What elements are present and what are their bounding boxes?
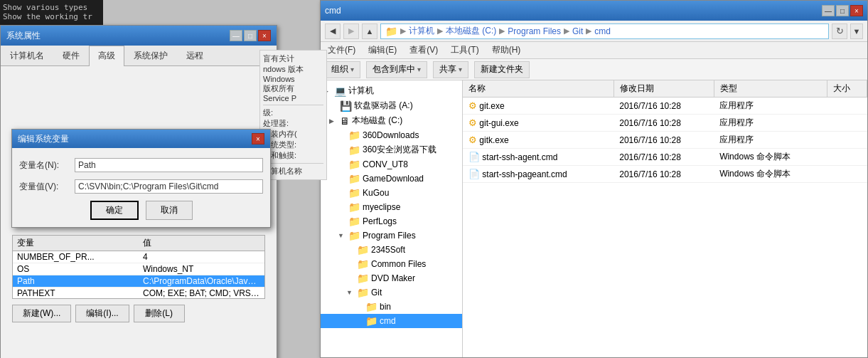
- path-cmd[interactable]: cmd: [594, 26, 611, 36]
- info-line: 安装内存(: [263, 129, 323, 139]
- file-row-ssh-pageant[interactable]: 📄 start-ssh-pageant.cmd 2016/7/16 10:28 …: [463, 166, 867, 183]
- computer-icon: 💻: [334, 85, 346, 97]
- explorer-maximize-btn[interactable]: □: [836, 5, 849, 16]
- dropdown-btn[interactable]: ▼: [850, 23, 863, 39]
- minimize-btn[interactable]: —: [230, 30, 242, 41]
- file-row-gitk-exe[interactable]: ⚙ gitk.exe 2016/7/16 10:28 应用程序: [463, 132, 867, 149]
- git-exe-name: git.exe: [477, 101, 505, 111]
- file-panel[interactable]: 名称 修改日期 类型 大小 ⚙ git.exe: [463, 80, 867, 357]
- toolbar: 组织 ▾ 包含到库中 ▾ 共享 ▾ 新建文件夹: [321, 59, 867, 80]
- organize-btn[interactable]: 组织 ▾: [325, 61, 360, 78]
- address-path-bar[interactable]: 📁 ▶ 计算机 ▶ 本地磁盘 (C:) ▶ Program Files ▶ Gi…: [380, 23, 829, 39]
- library-dropdown-icon: ▾: [417, 65, 421, 73]
- arrow-git: ▼: [346, 289, 355, 296]
- explorer-close-btn[interactable]: ×: [850, 5, 863, 16]
- tree-item-a-drive[interactable]: 💾 软盘驱动器 (A:): [321, 98, 462, 113]
- tab-hardware[interactable]: 硬件: [53, 46, 89, 65]
- menu-file[interactable]: 文件(F): [325, 43, 358, 57]
- tree-item-360browser[interactable]: 📁 360安全浏览器下载: [321, 142, 462, 157]
- delete-btn[interactable]: 删除(L): [134, 305, 185, 322]
- explorer-body: ▶ 💻 计算机 💾 软盘驱动器 (A:) ▶ 🖥 本地磁盘 (C:) 📁 360…: [321, 80, 867, 357]
- tree-panel[interactable]: ▶ 💻 计算机 💾 软盘驱动器 (A:) ▶ 🖥 本地磁盘 (C:) 📁 360…: [321, 80, 463, 357]
- var-val-cell-path: C:\ProgramData\Oracle\Java\java...: [139, 275, 264, 288]
- dialog-ok-btn[interactable]: 确定: [90, 201, 139, 220]
- file-row-ssh-agent[interactable]: 📄 start-ssh-agent.cmd 2016/7/16 10:28 Wi…: [463, 149, 867, 166]
- tree-item-360downloads[interactable]: 📁 360Downloads: [321, 128, 462, 142]
- tree-item-git[interactable]: ▼ 📁 Git: [321, 285, 462, 300]
- tree-item-2345soft[interactable]: 📁 2345Soft: [321, 243, 462, 257]
- menu-tools[interactable]: 工具(T): [448, 43, 481, 57]
- folder-icon-360downloads: 📁: [348, 130, 360, 141]
- git-gui-type: 应用程序: [714, 115, 827, 132]
- path-c-drive[interactable]: 本地磁盘 (C:): [446, 25, 496, 37]
- tree-label-2345soft: 2345Soft: [371, 245, 405, 255]
- back-btn[interactable]: ◀: [325, 23, 341, 39]
- folder-icon-commonfiles: 📁: [357, 258, 369, 270]
- menu-help[interactable]: 帮助(H): [489, 43, 524, 57]
- up-btn[interactable]: ▲: [362, 23, 377, 39]
- path-computer[interactable]: 计算机: [409, 25, 434, 37]
- organize-label: 组织: [331, 63, 348, 75]
- var-value-label: 变量值(V):: [19, 181, 69, 193]
- tree-item-c-drive[interactable]: ▶ 🖥 本地磁盘 (C:): [321, 113, 462, 128]
- tree-item-programfiles[interactable]: ▼ 📁 Program Files: [321, 228, 462, 243]
- tree-item-dvdmaker[interactable]: 📁 DVD Maker: [321, 271, 462, 285]
- tree-item-commonfiles[interactable]: 📁 Common Files: [321, 257, 462, 271]
- new-btn[interactable]: 新建(W)...: [12, 305, 71, 322]
- var-value-input[interactable]: [75, 179, 263, 194]
- folder-icon-myeclipse: 📁: [348, 201, 360, 213]
- ssh-agent-icon: 📄: [468, 152, 480, 162]
- new-folder-btn[interactable]: 新建文件夹: [474, 61, 530, 78]
- var-val-cell: 4: [139, 251, 264, 263]
- var-name-input[interactable]: [75, 158, 263, 172]
- explorer-minimize-btn[interactable]: —: [822, 5, 835, 16]
- col-date: 修改日期: [614, 80, 714, 98]
- tree-item-gamedownload[interactable]: 📁 GameDownload: [321, 172, 462, 186]
- tree-item-perflogs[interactable]: 📁 PerfLogs: [321, 214, 462, 228]
- sys-vars-table: 变量 值 NUMBER_OF_PR... 4 OS Windows_NT Pat…: [13, 236, 264, 299]
- tab-system-protection[interactable]: 系统保护: [124, 46, 177, 65]
- ssh-pageant-type: Windows 命令脚本: [714, 166, 827, 183]
- forward-btn[interactable]: ▶: [343, 23, 359, 39]
- file-table: 名称 修改日期 类型 大小 ⚙ git.exe: [463, 80, 867, 183]
- tree-item-kugou[interactable]: 📁 KuGou: [321, 186, 462, 200]
- var-value-row: 变量值(V):: [19, 179, 263, 194]
- include-library-btn[interactable]: 包含到库中 ▾: [366, 61, 427, 78]
- tree-item-computer[interactable]: ▶ 💻 计算机: [321, 83, 462, 98]
- file-row-git-gui-exe[interactable]: ⚙ git-gui.exe 2016/7/16 10:28 应用程序: [463, 115, 867, 132]
- folder-icon-gamedownload: 📁: [348, 173, 360, 184]
- share-btn[interactable]: 共享 ▾: [433, 61, 468, 78]
- refresh-btn[interactable]: ↻: [832, 23, 847, 39]
- menu-edit[interactable]: 编辑(E): [365, 43, 400, 57]
- tree-item-bin[interactable]: 📁 bin: [321, 300, 462, 314]
- titlebar-controls: — □ ×: [230, 30, 271, 41]
- path-git[interactable]: Git: [572, 26, 583, 36]
- table-row-path[interactable]: Path C:\ProgramData\Oracle\Java\java...: [13, 275, 264, 288]
- table-row[interactable]: OS Windows_NT: [13, 263, 264, 275]
- folder-icon-dvdmaker: 📁: [357, 273, 369, 284]
- table-row[interactable]: PATHEXT COM; EXE; BAT; CMD; VRS; VBR...: [13, 288, 264, 300]
- tab-computer-name[interactable]: 计算机名: [1, 46, 53, 65]
- file-row-git-exe[interactable]: ⚙ git.exe 2016/7/16 10:28 应用程序: [463, 98, 867, 115]
- dialog-close-btn[interactable]: ×: [252, 133, 264, 144]
- menu-view[interactable]: 查看(V): [407, 43, 441, 57]
- tab-advanced[interactable]: 高级: [89, 46, 124, 66]
- edit-btn[interactable]: 编辑(I)...: [75, 305, 129, 322]
- sys-vars-table-container[interactable]: 变量 值 NUMBER_OF_PR... 4 OS Windows_NT Pat…: [12, 235, 265, 299]
- ssh-pageant-icon: 📄: [468, 169, 480, 179]
- close-btn[interactable]: ×: [258, 30, 271, 41]
- dialog-cancel-btn[interactable]: 取消: [146, 201, 193, 220]
- tree-item-convut8[interactable]: 📁 CONV_UT8: [321, 157, 462, 172]
- tree-label-computer: 计算机: [348, 85, 374, 97]
- tree-item-myeclipse[interactable]: 📁 myeclipse: [321, 200, 462, 214]
- tree-label-programfiles: Program Files: [363, 231, 416, 241]
- tab-remote[interactable]: 远程: [177, 46, 213, 65]
- maximize-btn[interactable]: □: [244, 30, 257, 41]
- git-gui-icon: ⚙: [468, 117, 477, 128]
- menu-bar: 文件(F) 编辑(E) 查看(V) 工具(T) 帮助(H): [321, 42, 867, 59]
- tree-item-cmd[interactable]: 📁 cmd: [321, 314, 462, 328]
- path-program-files[interactable]: Program Files: [508, 26, 561, 36]
- table-row[interactable]: NUMBER_OF_PR... 4: [13, 251, 264, 263]
- info-line: 计算机名称: [263, 166, 323, 177]
- git-gui-size: [827, 115, 867, 132]
